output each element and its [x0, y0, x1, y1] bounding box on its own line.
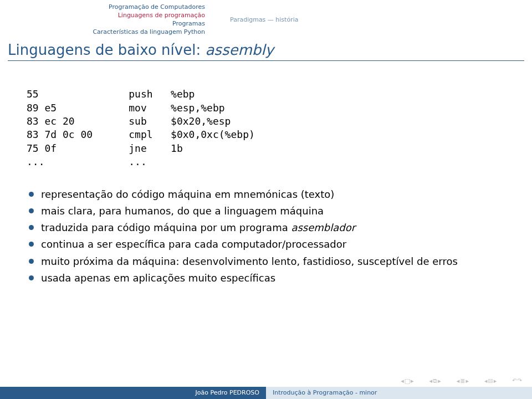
bullet-text: traduzida para código máquina por um pro… — [41, 222, 291, 233]
bullet-item: usada apenas em aplicações muito específ… — [27, 271, 505, 285]
bullet-text: usada apenas em aplicações muito específ… — [41, 272, 275, 284]
nav-item[interactable]: Programação de Computadores — [0, 3, 205, 12]
slide-title: Linguagens de baixo nível: assembly — [0, 37, 532, 59]
nav-subsection-group[interactable]: ◂⊟▸ — [484, 377, 497, 385]
bullet-text: muito próxima da máquina: desenvolviment… — [41, 255, 458, 267]
bullet-text: representação do código máquina em mnemó… — [41, 188, 334, 200]
bullet-italic: assemblador — [291, 222, 355, 233]
nav-item[interactable]: Características da linguagem Python — [0, 28, 205, 37]
footer-author: João Pedro PEDROSO — [0, 387, 266, 399]
beamer-nav-icons: ◂□▸ ◂⧉▸ ◂≣▸ ◂⊟▸ ↶↷ — [401, 377, 522, 385]
bullet-item: traduzida para código máquina por um pro… — [27, 221, 505, 235]
slide-footer: ◂□▸ ◂⧉▸ ◂≣▸ ◂⊟▸ ↶↷ João Pedro PEDROSO In… — [0, 387, 532, 399]
bullet-text: continua a ser específica para cada comp… — [41, 238, 346, 250]
assembly-code-block: 55 push %ebp 89 e5 mov %esp,%ebp 83 ec 2… — [27, 88, 505, 168]
bullet-list: representação do código máquina em mnemó… — [27, 187, 505, 285]
subnav-label[interactable]: Paradigmas — história — [230, 16, 298, 23]
nav-item[interactable]: Programas — [0, 20, 205, 28]
nav-frame-group[interactable]: ◂⧉▸ — [429, 377, 441, 385]
bullet-item: muito próxima da máquina: desenvolviment… — [27, 254, 505, 269]
header-subnav: Paradigmas — história — [205, 3, 298, 36]
title-italic: assembly — [205, 42, 273, 58]
nav-back-forward[interactable]: ↶↷ — [512, 378, 522, 384]
header-nav-left: Programação de Computadores Linguagens d… — [0, 3, 205, 36]
nav-section-group[interactable]: ◂≣▸ — [457, 377, 469, 385]
footer-course: Introdução à Programação - minor — [266, 387, 532, 399]
slide-content: 55 push %ebp 89 e5 mov %esp,%ebp 83 ec 2… — [0, 61, 532, 285]
bullet-item: representação do código máquina em mnemó… — [27, 187, 505, 202]
title-prefix: Linguagens de baixo nível: — [8, 42, 205, 58]
bullet-item: mais clara, para humanos, do que a lingu… — [27, 204, 505, 218]
nav-slide-group[interactable]: ◂□▸ — [401, 377, 413, 385]
nav-item-active[interactable]: Linguagens de programação — [0, 12, 205, 20]
slide-header: Programação de Computadores Linguagens d… — [0, 0, 532, 37]
footer-bar: João Pedro PEDROSO Introdução à Programa… — [0, 387, 532, 399]
bullet-text: mais clara, para humanos, do que a lingu… — [41, 205, 324, 217]
bullet-item: continua a ser específica para cada comp… — [27, 237, 505, 252]
